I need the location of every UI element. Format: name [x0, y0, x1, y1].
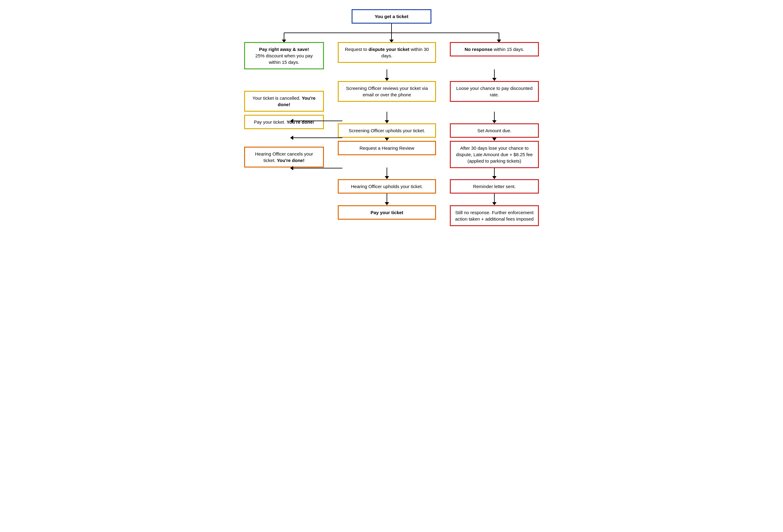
col-right-2: Loose your chance to pay discounted rate…: [450, 81, 539, 102]
row-5: Hearing Officer upholds your ticket. Rem…: [244, 179, 539, 194]
arrow-right-5: [450, 194, 539, 205]
h-arrow-left-hearing: [244, 154, 539, 170]
start-label: You get a ticket: [375, 14, 408, 19]
col-left-4: [244, 141, 324, 147]
reminder-box: Reminder letter sent.: [450, 179, 539, 194]
col-center-6: Pay your ticket: [338, 205, 436, 220]
enforcement-box: Still no response. Further enforcement a…: [450, 205, 539, 226]
col-center-5: Hearing Officer upholds your ticket.: [338, 179, 436, 194]
dispute-box: Request to dispute your ticket within 30…: [338, 42, 436, 63]
dispute-label: Request to dispute your ticket within 30…: [345, 47, 429, 58]
flowchart: You get a ticket Pay right away & save: [244, 9, 539, 226]
loose-chance-label: Loose your chance to pay discounted rate…: [456, 86, 533, 97]
screening-label: Screening Officer reviews your ticket vi…: [346, 86, 428, 97]
svg-marker-13: [290, 166, 293, 170]
screening-box: Screening Officer reviews your ticket vi…: [338, 81, 436, 102]
hearing-upholds-label: Hearing Officer upholds your ticket.: [351, 184, 423, 189]
loose-chance-box: Loose your chance to pay discounted rate…: [450, 81, 539, 102]
col-left: Pay right away & save!25% discount when …: [244, 42, 324, 69]
hearing-review-label: Request a Hearing Review: [359, 145, 414, 151]
svg-marker-7: [497, 40, 501, 42]
arrow-right-1: [450, 69, 539, 81]
hearing-review-box: Request a Hearing Review: [338, 141, 436, 155]
row-1: Pay right away & save!25% discount when …: [244, 42, 539, 69]
arrow-center-1: [338, 69, 436, 81]
pay-ticket-final-label: Pay your ticket: [371, 210, 404, 215]
branch-lines-top: [244, 24, 539, 42]
h-arrow-left-pay: [244, 124, 539, 139]
col-right-5: Reminder letter sent.: [450, 179, 539, 194]
pay-early-box: Pay right away & save!25% discount when …: [244, 42, 324, 69]
row-6: Pay your ticket Still no response. Furth…: [244, 205, 539, 226]
pay-ticket-final-box: Pay your ticket: [338, 205, 436, 220]
svg-marker-11: [290, 136, 293, 140]
arrow-center-5: [338, 194, 436, 205]
pay-early-label: Pay right away & save!25% discount when …: [255, 47, 313, 65]
h-arrow-left-cancelled: [244, 101, 539, 116]
col-right-6: Still no response. Further enforcement a…: [450, 205, 539, 226]
reminder-label: Reminder letter sent.: [473, 184, 515, 189]
svg-marker-5: [389, 40, 394, 42]
col-left-6: [244, 205, 324, 211]
no-response-box: No response within 15 days.: [450, 42, 539, 57]
no-response-label: No response within 15 days.: [465, 47, 524, 52]
hearing-upholds-box: Hearing Officer upholds your ticket.: [338, 179, 436, 194]
col-center-4: Request a Hearing Review: [338, 141, 436, 155]
col-center: Request to dispute your ticket within 30…: [338, 42, 436, 63]
col-center-2: Screening Officer reviews your ticket vi…: [338, 81, 436, 102]
enforcement-label: Still no response. Further enforcement a…: [455, 210, 534, 222]
col-right: No response within 15 days.: [450, 42, 539, 57]
svg-marker-3: [282, 40, 286, 42]
start-box: You get a ticket: [352, 9, 431, 24]
col-left-5: [244, 179, 324, 185]
